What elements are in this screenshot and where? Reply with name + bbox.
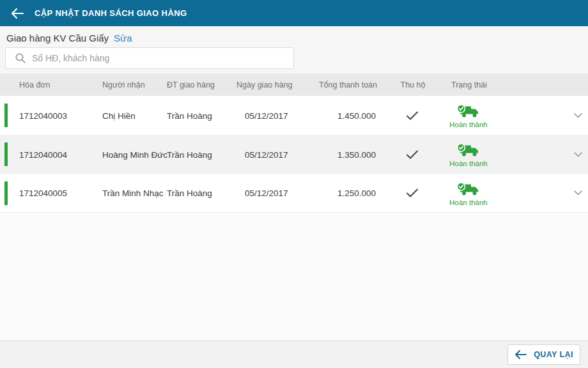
check-icon (406, 150, 419, 159)
table-row[interactable]: 1712040003 Chị Hiền Trần Hoàng 05/12/201… (0, 96, 588, 135)
cod-check (403, 111, 421, 120)
invoice-number: 1712040005 (19, 188, 67, 198)
go-back-button[interactable]: QUAY LẠI (507, 344, 580, 365)
recipient-name: Trần Minh Nhạc (102, 188, 164, 198)
status-label: Hoàn thành (449, 121, 487, 128)
sub-header: Giao hàng KV Cầu GiấySửa (0, 26, 588, 73)
back-arrow-button[interactable] (0, 0, 35, 26)
col-header-date: Ngày giao hàng (236, 80, 293, 89)
check-icon (406, 188, 419, 198)
table-row[interactable]: 1712040004 Hoàng Minh Đức Trần Hoàng 05/… (0, 135, 588, 174)
status-label: Hoàn thành (449, 199, 487, 206)
edit-link[interactable]: Sửa (114, 33, 132, 43)
chevron-down-icon[interactable] (574, 113, 582, 118)
col-header-cod: Thu hộ (387, 80, 438, 89)
row-status-stripe (4, 142, 8, 166)
deliverer-name: Trần Hoàng (167, 188, 212, 198)
total-amount: 1.450.000 (300, 111, 376, 120)
delivery-date: 05/12/2017 (245, 188, 288, 198)
col-header-deliverer: ĐT giao hàng (167, 80, 215, 89)
back-arrow-icon (514, 349, 527, 360)
table-row[interactable]: 1712040005 Trần Minh Nhạc Trần Hoàng 05/… (0, 174, 588, 213)
go-back-label: QUAY LẠI (534, 350, 573, 359)
delivery-truck-icon (456, 104, 481, 119)
cod-check (403, 188, 421, 198)
status-label: Hoàn thành (449, 160, 487, 167)
recipient-name: Hoàng Minh Đức (102, 150, 167, 159)
delivery-group-title: Giao hàng KV Cầu Giấy (6, 33, 109, 43)
delivery-list-screen: CẬP NHẬT DANH SÁCH GIAO HÀNG Giao hàng K… (0, 0, 588, 368)
check-icon (406, 111, 419, 120)
row-status-stripe (4, 181, 8, 205)
delivery-date: 05/12/2017 (245, 111, 288, 120)
page-title: CẬP NHẬT DANH SÁCH GIAO HÀNG (35, 8, 187, 18)
table-header: Hóa đơn Người nhận ĐT giao hàng Ngày gia… (0, 73, 588, 96)
invoice-number: 1712040004 (19, 150, 67, 159)
delivery-date: 05/12/2017 (245, 150, 288, 159)
delivery-truck-icon (456, 143, 481, 158)
total-amount: 1.250.000 (300, 188, 376, 198)
total-amount: 1.350.000 (300, 150, 376, 159)
col-header-total: Tổng thanh toán (300, 80, 377, 89)
deliverer-name: Trần Hoàng (167, 150, 212, 159)
deliverer-name: Trần Hoàng (167, 111, 212, 120)
col-header-invoice: Hóa đơn (19, 80, 50, 89)
delivery-truck-icon (456, 182, 481, 197)
app-bar: CẬP NHẬT DANH SÁCH GIAO HÀNG (0, 0, 588, 26)
col-header-status: Trạng thái (451, 80, 487, 89)
back-arrow-icon (10, 6, 25, 20)
status-badge: Hoàn thành (440, 174, 497, 213)
chevron-down-icon[interactable] (574, 190, 582, 195)
col-header-recipient: Người nhận (102, 80, 145, 89)
search-box[interactable] (5, 47, 294, 69)
row-status-stripe (4, 103, 8, 127)
footer-bar: QUAY LẠI (0, 341, 588, 368)
status-badge: Hoàn thành (440, 96, 497, 135)
search-icon (15, 52, 26, 64)
search-input[interactable] (32, 53, 293, 63)
recipient-name: Chị Hiền (102, 111, 135, 120)
chevron-down-icon[interactable] (574, 152, 582, 157)
invoice-number: 1712040003 (19, 111, 67, 120)
cod-check (403, 150, 421, 159)
status-badge: Hoàn thành (440, 135, 497, 174)
